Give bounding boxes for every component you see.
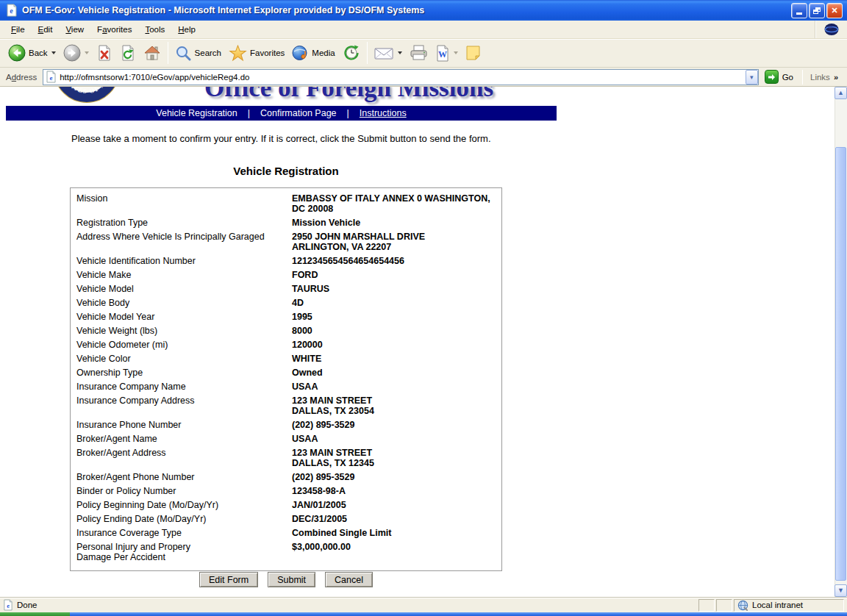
back-button[interactable]: Back <box>4 40 60 65</box>
table-row: Insurance Company Address123 MAIN STREET… <box>76 395 496 416</box>
row-value: WHITE <box>292 354 496 364</box>
print-button[interactable] <box>406 40 432 65</box>
table-row: Ownership TypeOwned <box>76 368 496 378</box>
cancel-button[interactable]: Cancel <box>325 572 373 587</box>
table-row: Vehicle ModelTAURUS <box>76 284 496 294</box>
row-label: Address Where Vehicle Is Principally Gar… <box>76 232 292 252</box>
row-value: Owned <box>292 368 496 378</box>
favorites-button[interactable]: Favorites <box>225 40 288 65</box>
word-edit-icon: W <box>435 45 450 62</box>
row-label: Policy Ending Date (Mo/Day/Yr) <box>76 514 292 524</box>
row-value: 123 MAIN STREETDALLAS, TX 23054 <box>292 395 496 416</box>
media-icon <box>292 45 309 62</box>
row-label: Vehicle Odometer (mi) <box>76 340 292 350</box>
browser-window: e OFM E-Gov: Vehicle Registration - Micr… <box>0 0 847 616</box>
refresh-button[interactable] <box>116 40 140 65</box>
menu-item-favorites[interactable]: Favorites <box>90 23 138 36</box>
scroll-down-button[interactable]: ▼ <box>835 584 847 597</box>
row-value: Combined Single Limit <box>292 528 496 538</box>
mail-button[interactable] <box>371 40 406 65</box>
row-value: 4D <box>292 298 496 308</box>
site-title: Office of Foreign Missions <box>204 87 493 103</box>
row-value: 2950 JOHN MARSHALL DRIVEARLINGTON, VA 22… <box>292 232 496 252</box>
status-text: Done <box>17 601 37 609</box>
search-label: Search <box>195 49 221 57</box>
menu-item-edit[interactable]: Edit <box>32 23 60 36</box>
table-row: Personal Injury and ProperyDamage Per Ac… <box>76 542 496 562</box>
close-button[interactable]: ✕ <box>826 3 843 18</box>
search-button[interactable]: Search <box>171 40 225 65</box>
row-label: Vehicle Color <box>76 354 292 364</box>
scrollbar-thumb[interactable] <box>835 147 846 581</box>
row-label: Vehicle Identification Number <box>76 256 292 266</box>
mail-dropdown-icon[interactable] <box>398 51 402 54</box>
print-icon <box>410 45 428 61</box>
table-row: Vehicle Body4D <box>76 298 496 308</box>
toolbar-separator <box>367 42 368 64</box>
history-icon <box>343 44 360 62</box>
minimize-button[interactable] <box>791 3 807 18</box>
row-label: Ownership Type <box>76 368 292 378</box>
row-label: Insurance Company Address <box>76 395 292 416</box>
status-panel <box>698 599 715 612</box>
row-label: Personal Injury and ProperyDamage Per Ac… <box>76 542 292 562</box>
menu-item-tools[interactable]: Tools <box>138 23 171 36</box>
submit-button[interactable]: Submit <box>268 572 315 587</box>
confirmation-table: MissionEMBASSY OF ITALY ANNEX 0 WASHINGT… <box>70 187 502 571</box>
state-seal: STATES OF AM <box>54 87 120 103</box>
row-value: 1212345654564654654456 <box>292 256 496 266</box>
media-label: Media <box>312 49 335 57</box>
address-label: Address <box>3 73 43 82</box>
table-row: Broker/Agent Phone Number(202) 895-3529 <box>76 472 496 482</box>
toolbar: Back <box>0 39 847 68</box>
nav-item-instructions[interactable]: Instructions <box>355 108 411 118</box>
menu-bar-items: FileEditViewFavoritesToolsHelp <box>0 21 815 38</box>
nav-item-vehicle-registration[interactable]: Vehicle Registration <box>151 108 241 118</box>
home-button[interactable] <box>140 40 165 65</box>
address-dropdown-button[interactable]: ▾ <box>746 70 758 85</box>
edit-form-button[interactable]: Edit Form <box>199 572 258 587</box>
menu-item-file[interactable]: File <box>4 23 32 36</box>
taskbar <box>0 612 847 616</box>
word-dropdown-icon <box>454 51 458 54</box>
media-button[interactable]: Media <box>288 40 338 65</box>
svg-text:W: W <box>438 49 447 60</box>
security-zone-panel: Local intranet <box>734 599 844 612</box>
table-row: Vehicle Model Year1995 <box>76 312 496 322</box>
go-button[interactable]: Go <box>759 70 799 84</box>
edit-with-word-button[interactable]: W <box>432 40 462 65</box>
page-nav: Vehicle Registration|Confirmation Page|I… <box>6 106 557 121</box>
intranet-zone-icon <box>737 600 748 611</box>
bar-separator <box>802 70 803 85</box>
links-button[interactable]: Links » <box>806 73 844 82</box>
stop-button[interactable] <box>93 40 116 65</box>
taskbar-strip <box>70 612 847 616</box>
discuss-button[interactable] <box>462 40 485 65</box>
menu-item-help[interactable]: Help <box>171 23 202 36</box>
row-label: Vehicle Model <box>76 284 292 294</box>
back-dropdown-icon[interactable] <box>51 51 56 54</box>
go-icon <box>765 70 779 84</box>
menu-item-view[interactable]: View <box>59 23 90 36</box>
scrollbar-track[interactable] <box>835 99 847 584</box>
table-row: Insurance Company NameUSAA <box>76 382 496 392</box>
history-button[interactable] <box>339 40 364 65</box>
brand-logo-area <box>815 21 847 38</box>
security-zone-label: Local intranet <box>752 601 803 609</box>
start-button[interactable] <box>0 612 70 616</box>
nav-item-confirmation-page[interactable]: Confirmation Page <box>256 108 341 118</box>
forward-button[interactable] <box>60 40 93 65</box>
address-input[interactable]: e http://ofmsntsorw1:7010/eGov/app/vehic… <box>43 69 758 85</box>
row-label: Insurance Coverage Type <box>76 528 292 538</box>
table-row: Vehicle ColorWHITE <box>76 354 496 364</box>
vertical-scrollbar[interactable]: ▲ ▼ <box>835 87 847 597</box>
home-icon <box>143 44 161 62</box>
row-value: 123458-98-A <box>292 486 496 496</box>
table-row: Binder or Policy Number123458-98-A <box>76 486 496 496</box>
table-row: MissionEMBASSY OF ITALY ANNEX 0 WASHINGT… <box>76 193 496 214</box>
links-label: Links <box>810 73 830 82</box>
restore-button[interactable] <box>809 3 825 18</box>
minimize-icon <box>796 12 802 15</box>
address-url: http://ofmsntsorw1:7010/eGov/app/vehicle… <box>60 73 745 82</box>
scroll-up-button[interactable]: ▲ <box>835 87 847 99</box>
